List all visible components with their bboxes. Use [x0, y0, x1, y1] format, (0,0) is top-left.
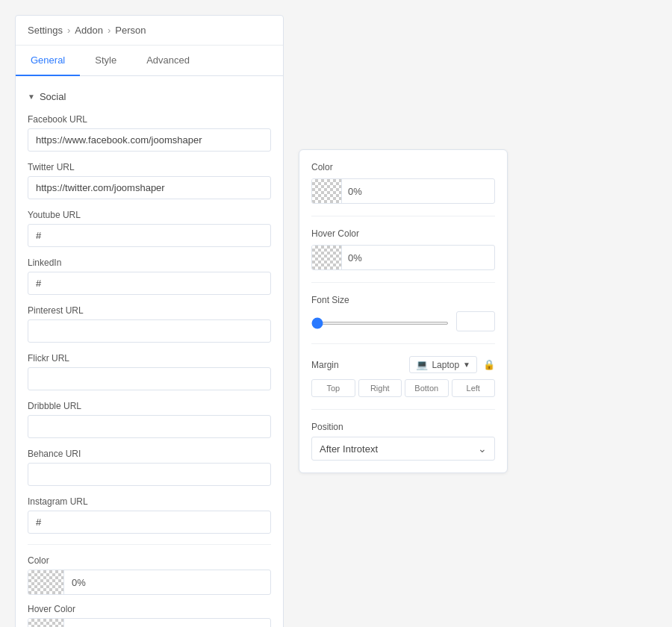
field-youtube-url: Youtube URL — [28, 210, 271, 247]
right-color-swatch[interactable] — [312, 179, 342, 203]
field-label-facebook: Facebook URL — [28, 114, 271, 125]
bottom-hover-color-percent[interactable] — [64, 621, 270, 628]
margin-header: Margin 💻 Laptop ▼ 🔒 — [311, 356, 495, 373]
device-chevron-icon: ▼ — [463, 361, 470, 369]
tabs: General Style Advanced — [16, 46, 283, 76]
section-title: Social — [40, 91, 66, 102]
right-panel: Color Hover Color Font Size — [299, 15, 657, 627]
laptop-icon: 💻 — [416, 359, 428, 370]
input-linkedin[interactable] — [28, 272, 271, 295]
margin-left-input[interactable] — [452, 379, 496, 397]
right-hover-color-swatch[interactable] — [312, 246, 342, 269]
bottom-hover-color-section: Hover Color — [28, 604, 271, 627]
input-pinterest-url[interactable] — [28, 319, 271, 343]
input-behance-uri[interactable] — [28, 463, 271, 486]
bottom-color-input-row[interactable] — [28, 570, 271, 595]
bottom-color-label: Color — [28, 555, 271, 566]
section-arrow-icon: ▼ — [28, 93, 35, 101]
bottom-color-section: Color — [28, 544, 271, 595]
input-flickr-url[interactable] — [28, 367, 271, 390]
bottom-hover-color-swatch[interactable] — [28, 619, 64, 627]
right-color-section: Color — [311, 162, 495, 216]
left-panel: Settings › Addon › Person General Style … — [15, 15, 284, 627]
field-label-twitter: Twitter URL — [28, 162, 271, 172]
field-label-flickr: Flickr URL — [28, 353, 271, 364]
right-color-percent[interactable] — [342, 181, 494, 202]
right-color-input-row[interactable] — [311, 178, 495, 204]
right-hover-color-input-row[interactable] — [311, 245, 495, 270]
right-hover-color-section: Hover Color — [311, 228, 495, 283]
right-color-label: Color — [311, 162, 495, 172]
field-label-behance: Behance URI — [28, 449, 271, 459]
field-label-linkedin: LinkedIn — [28, 258, 271, 268]
margin-inputs — [311, 379, 495, 397]
breadcrumb-settings[interactable]: Settings — [28, 25, 63, 36]
device-select[interactable]: 💻 Laptop ▼ — [409, 356, 477, 373]
lock-icon[interactable]: 🔒 — [483, 359, 495, 370]
right-hover-color-percent[interactable] — [342, 248, 494, 268]
field-flickr-url: Flickr URL — [28, 353, 271, 390]
device-label: Laptop — [432, 360, 459, 370]
margin-label: Margin — [311, 360, 339, 370]
field-behance-uri: Behance URI — [28, 449, 271, 486]
input-dribbble-url[interactable] — [28, 415, 271, 438]
right-hover-color-label: Hover Color — [311, 228, 495, 239]
breadcrumb-addon[interactable]: Addon — [75, 25, 103, 36]
input-youtube-url[interactable] — [28, 224, 271, 247]
field-label-instagram: Instagram URL — [28, 496, 271, 507]
breadcrumb-sep-1: › — [67, 25, 70, 36]
field-linkedin: LinkedIn — [28, 258, 271, 295]
settings-card: Color Hover Color Font Size — [299, 149, 508, 473]
right-margin-section: Margin 💻 Laptop ▼ 🔒 — [311, 356, 495, 410]
breadcrumb: Settings › Addon › Person — [16, 16, 283, 46]
panel-content: ▼ Social Facebook URL Twitter URL Youtub… — [16, 76, 283, 627]
input-twitter-url[interactable] — [28, 176, 271, 199]
tab-general[interactable]: General — [16, 46, 80, 76]
bottom-color-swatch[interactable] — [28, 570, 64, 594]
tab-style[interactable]: Style — [80, 46, 131, 76]
field-label-dribbble: Dribbble URL — [28, 401, 271, 411]
right-font-size-label: Font Size — [311, 295, 495, 305]
margin-bottom-input[interactable] — [405, 379, 449, 397]
position-chevron-icon: ⌄ — [478, 443, 487, 455]
page-container: Settings › Addon › Person General Style … — [0, 0, 672, 627]
field-label-pinterest: Pinterest URL — [28, 305, 271, 316]
margin-right-input[interactable] — [358, 379, 402, 397]
bottom-color-percent[interactable] — [64, 573, 270, 593]
field-facebook-url: Facebook URL — [28, 114, 271, 152]
tab-advanced[interactable]: Advanced — [131, 46, 205, 76]
field-twitter-url: Twitter URL — [28, 162, 271, 199]
field-dribbble-url: Dribbble URL — [28, 401, 271, 438]
position-select[interactable]: After Introtext ⌄ — [311, 437, 495, 461]
position-value: After Introtext — [320, 443, 378, 455]
font-size-slider[interactable] — [311, 322, 449, 325]
field-pinterest-url: Pinterest URL — [28, 305, 271, 343]
input-facebook-url[interactable] — [28, 128, 271, 152]
position-label: Position — [311, 422, 495, 432]
section-header-social: ▼ Social — [28, 85, 271, 108]
bottom-hover-color-input-row[interactable] — [28, 618, 271, 627]
bottom-hover-color-label: Hover Color — [28, 604, 271, 614]
font-size-slider-wrap — [311, 316, 449, 327]
breadcrumb-sep-2: › — [108, 25, 111, 36]
font-size-row — [311, 311, 495, 331]
field-instagram-url: Instagram URL — [28, 496, 271, 534]
input-instagram-url[interactable] — [28, 511, 271, 534]
right-position-section: Position After Introtext ⌄ — [311, 422, 495, 461]
font-size-input[interactable] — [456, 311, 495, 331]
right-font-size-section: Font Size — [311, 295, 495, 344]
field-label-youtube: Youtube URL — [28, 210, 271, 220]
breadcrumb-person[interactable]: Person — [115, 25, 146, 36]
margin-top-input[interactable] — [311, 379, 355, 397]
